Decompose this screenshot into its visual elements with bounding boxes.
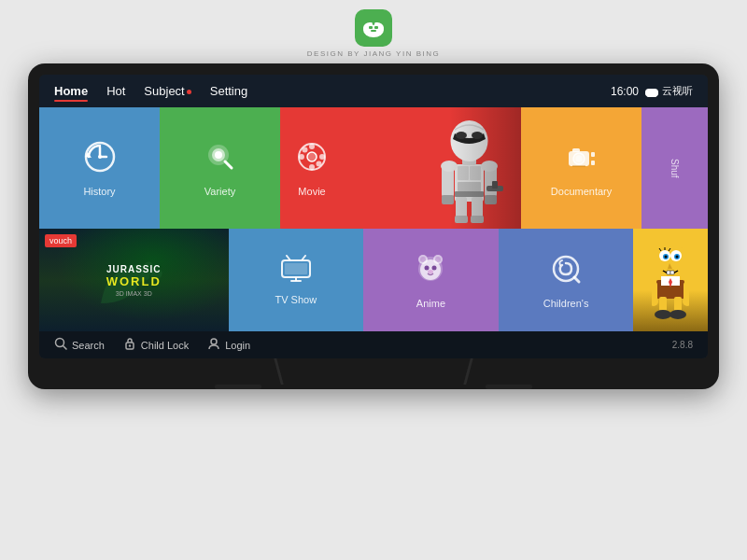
svg-point-71 [428,270,433,273]
nav-right: 16:00 云视听 [611,84,693,98]
tile-spongebob[interactable] [633,229,708,331]
variety-search-icon [204,140,237,180]
svg-rect-55 [591,161,595,165]
login-item[interactable]: Login [207,337,250,353]
movie-inner: Movie [280,107,521,229]
svg-line-73 [574,277,579,282]
svg-rect-41 [485,195,497,204]
svg-point-25 [299,154,304,160]
svg-point-101 [211,339,217,344]
svg-rect-30 [458,166,469,180]
svg-rect-84 [667,271,670,274]
svg-rect-4 [369,26,373,29]
svg-rect-53 [572,148,580,152]
childlock-item[interactable]: Child Lock [123,337,189,353]
search-item[interactable]: Search [54,337,105,353]
svg-rect-37 [471,216,484,223]
cloud-brand-icon: 云视听 [644,84,693,98]
svg-point-26 [319,154,325,160]
nav-brand: 云视听 [662,84,693,98]
shuffle-label: Shuf [669,159,680,178]
svg-rect-58 [285,263,307,274]
search-icon [54,337,67,353]
tv-screen: Home Hot Subject Setting 16:00 云视听 [39,75,708,358]
content-area: History Variety [39,107,708,358]
tile-jurassic[interactable]: vouch JURASSIC WORLD 3D IMAX 3D [39,229,229,331]
tile-tvshow[interactable]: TV Show [229,229,364,331]
login-label: Login [225,340,250,351]
stand-leg-right [463,358,473,385]
stand-foot [39,385,708,389]
svg-point-23 [309,144,315,149]
stand-leg-left [274,358,284,385]
childrens-spiral-icon [549,252,583,292]
nav-item-home[interactable]: Home [54,82,88,100]
svg-point-43 [481,161,498,172]
logo-text: DESIGN BY JIANG YIN BING [307,49,440,58]
jurassic-title: JURASSIC [106,264,162,274]
svg-point-27 [303,147,308,152]
history-clock-icon [83,140,117,180]
user-icon [207,337,220,353]
svg-rect-36 [455,216,468,223]
nav-item-hot[interactable]: Hot [106,82,125,100]
bottom-bar: Search Child Lock [39,331,708,358]
svg-point-15 [98,155,102,159]
tile-anime[interactable]: Anime [363,229,499,331]
svg-rect-33 [455,191,484,197]
tile-movie[interactable]: Movie [280,107,521,229]
nav-item-setting[interactable]: Setting [210,82,247,100]
stormtrooper-figure [431,112,506,224]
anime-label: Anime [416,298,445,309]
variety-label: Variety [204,186,235,197]
documentary-label: Documentary [551,186,612,197]
svg-point-24 [309,164,315,170]
tv-stand [39,358,708,385]
tile-childrens[interactable]: Children's [499,229,634,331]
svg-rect-32 [458,182,481,191]
anime-icon [414,252,447,292]
svg-point-52 [575,155,582,161]
svg-point-42 [441,161,458,172]
nav-time: 16:00 [611,85,639,98]
svg-point-19 [215,151,222,159]
svg-rect-5 [374,26,378,29]
svg-point-69 [425,265,430,270]
lock-icon [123,337,136,353]
svg-point-11 [651,89,658,96]
svg-point-79 [665,256,668,259]
svg-point-91 [655,310,671,319]
tile-documentary[interactable]: Documentary [521,107,641,229]
jurassic-format: 3D IMAX 3D [106,290,162,297]
spongebob-figure [633,229,708,331]
tile-history[interactable]: History [39,107,160,229]
tile-variety[interactable]: Variety [160,107,280,229]
svg-point-92 [669,310,686,319]
foot-right [486,385,532,389]
logo-area: DESIGN BY JIANG YIN BING [307,0,440,63]
svg-point-47 [472,132,483,139]
svg-point-22 [307,152,317,161]
movie-reel-icon [295,140,329,180]
nav-item-subject[interactable]: Subject [144,82,190,100]
nav-bar: Home Hot Subject Setting 16:00 云视听 [39,75,708,107]
svg-point-70 [432,265,437,270]
svg-rect-85 [670,271,674,274]
tvshow-icon [280,255,312,288]
childrens-label: Children's [543,298,589,309]
tv-frame: Home Hot Subject Setting 16:00 云视听 [28,63,719,389]
tile-shuffle[interactable]: Shuf [641,107,708,229]
logo-icon [355,9,392,47]
version-number: 2.8.8 [672,340,693,350]
svg-rect-54 [591,152,595,157]
jurassic-world: WORLD [106,274,162,288]
history-label: History [83,186,115,197]
svg-point-100 [129,344,131,346]
nav-items: Home Hot Subject Setting [54,82,611,100]
childlock-label: Child Lock [141,340,189,351]
svg-rect-49 [492,181,498,189]
movie-icon-area: Movie [295,140,329,197]
vouch-badge: vouch [45,234,77,247]
documentary-camera-icon [565,140,599,180]
svg-rect-31 [470,166,481,180]
